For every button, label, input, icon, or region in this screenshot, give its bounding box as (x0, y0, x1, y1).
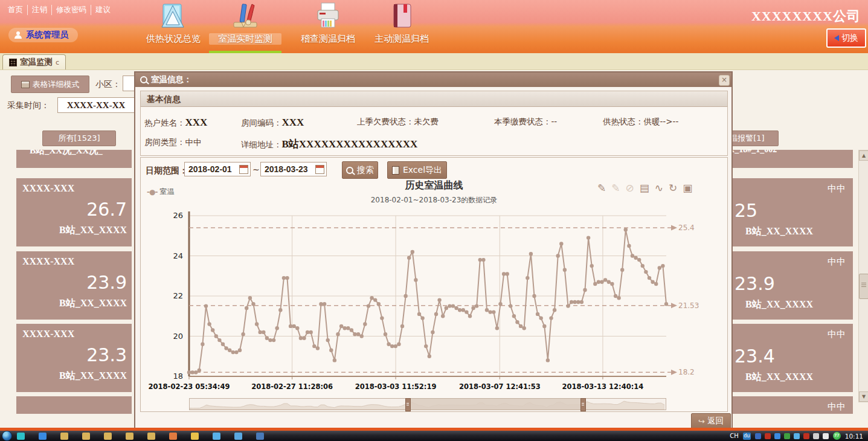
folder-window-2[interactable] (82, 433, 90, 440)
temp-card[interactable]: 中中 23.9 B站_XX_XXXX (716, 251, 853, 320)
nav-inspection-archive[interactable]: 稽查测温归档 (295, 2, 361, 45)
mark-remove-icon[interactable]: ✎ (611, 183, 620, 193)
search-icon (346, 167, 353, 174)
calendar-icon[interactable] (239, 165, 248, 174)
nav-room-temp-monitor[interactable]: 室温实时监测 (209, 2, 281, 45)
app-header: 首页 注销 修改密码 建议 系统管理员 供热状况总览 室温实时监测 (0, 0, 868, 53)
chart-subtitle: 2018-02-01~2018-03-23的数据记录 (141, 195, 727, 205)
tray-green[interactable] (784, 433, 790, 439)
temp-card[interactable]: XXXX-XXX 23.9 B站_XX_XXXX (16, 251, 132, 320)
pencil-brush-icon (231, 2, 259, 31)
room-type-badge: 中中 (828, 329, 846, 340)
notification-badge[interactable]: 77 (833, 432, 841, 440)
tray-question[interactable] (755, 433, 761, 439)
switch-arrow-icon (834, 35, 839, 41)
search-button[interactable]: 搜索 (342, 161, 378, 179)
link-change-password[interactable]: 修改密码 (52, 5, 91, 15)
chart-canvas: 18202224262018-02-23 05:34:492018-02-27 … (141, 210, 727, 398)
data-view-icon[interactable]: ▤ (640, 183, 649, 193)
basic-info-header: 基本信息 (141, 91, 727, 107)
scrollbar-thumb[interactable] (859, 274, 868, 299)
chart-type-icon[interactable]: ∿ (655, 183, 663, 193)
temperature-value: 23.9 (735, 273, 775, 294)
tab-room-temp[interactable]: 室温监测 c (2, 54, 66, 69)
switch-button[interactable]: 切换 (826, 28, 866, 48)
folder-window-4[interactable] (126, 433, 133, 440)
chrome-app[interactable] (191, 433, 199, 440)
tray-red-1[interactable] (765, 433, 771, 439)
temp-card[interactable]: XXXX-XXX 23.3 B站_XX_XXXX (16, 324, 132, 392)
link-home[interactable]: 首页 (4, 5, 28, 15)
modal-titlebar: 室温信息： (135, 72, 731, 87)
temp-card-partial-bottom-right[interactable]: 中中 (716, 396, 853, 414)
tray-msg[interactable] (794, 433, 800, 439)
mark-add-icon[interactable]: ✎ (597, 183, 606, 193)
station-label: B站_XX_XXXX (745, 298, 813, 311)
start-button[interactable] (2, 431, 12, 441)
language-indicator[interactable]: CH (730, 433, 739, 439)
modal-title: 室温信息： (151, 74, 192, 85)
excel-icon (392, 166, 399, 175)
save-image-icon[interactable]: ▣ (683, 183, 692, 193)
browser-ball-app[interactable] (39, 433, 47, 440)
info-owner-name: 热户姓名：XXX (144, 117, 207, 129)
temp-card-partial-top[interactable]: B站_XX况_XX况_ (16, 150, 132, 168)
temp-card[interactable]: XXXX-XXX 26.7 B站_XX_XXXX (16, 178, 132, 246)
tray-red-2[interactable] (803, 433, 809, 439)
active-app[interactable] (169, 433, 177, 440)
ruler-triangle-icon (159, 2, 187, 31)
info-address: 详细地址：B站XXXXXXXXXXXXXXXX (241, 137, 417, 151)
excel-export-button[interactable]: Excel导出 (387, 161, 447, 179)
svg-text:25.4: 25.4 (678, 224, 695, 232)
temperature-value: 23.4 (735, 346, 775, 367)
datazoom-slider[interactable] (189, 398, 666, 410)
temperature-value: 26.7 (86, 199, 127, 220)
mark-clear-icon[interactable]: ⊘ (626, 183, 634, 193)
ie-app[interactable] (213, 433, 220, 440)
tray-usb[interactable] (813, 433, 819, 439)
temp-card[interactable]: 中中 25 B站_XX_XXXX (716, 178, 853, 246)
datazoom-left-handle[interactable] (405, 398, 411, 411)
back-button[interactable]: ↪ 返回 (691, 413, 731, 429)
refresh-icon[interactable]: ↻ (669, 183, 677, 193)
folder-window-5[interactable] (147, 433, 155, 440)
window-app-2[interactable] (256, 433, 264, 440)
svg-text:2018-03-03 11:52:19: 2018-03-03 11:52:19 (355, 382, 437, 391)
teamviewer-app[interactable] (17, 433, 25, 440)
svg-text:2018-02-23 05:34:49: 2018-02-23 05:34:49 (149, 382, 230, 391)
scroll-down-button[interactable]: ▼ (859, 391, 868, 402)
link-logout[interactable]: 注销 (28, 5, 52, 15)
nav-active-archive[interactable]: 主动测温归档 (368, 2, 435, 45)
temp-card[interactable]: 中中 23.4 B站_XX_XXXX (716, 324, 853, 392)
station-label: B站_XX_XXXX (59, 224, 127, 237)
ime-icon[interactable]: du (743, 433, 751, 440)
calendar-icon[interactable] (315, 165, 324, 174)
link-suggestion[interactable]: 建议 (91, 5, 115, 15)
all-filter-button[interactable]: 所有[1523] (42, 130, 116, 146)
close-icon[interactable]: × (719, 75, 730, 86)
tray-blue[interactable] (774, 433, 780, 439)
room-type-badge: 中中 (828, 183, 846, 195)
folder-window-3[interactable] (104, 433, 112, 440)
datazoom-right-handle[interactable] (580, 398, 586, 411)
scroll-up-button[interactable]: ▲ (859, 150, 868, 161)
table-detail-mode-button[interactable]: 表格详细模式 (11, 76, 89, 93)
nav-heating-overview[interactable]: 供热状况总览 (140, 2, 207, 45)
taskbar: CH du 77 10:11 (0, 431, 868, 441)
tab-bar: 室温监测 c (0, 53, 868, 70)
date-range-tilde: ~ (252, 165, 260, 175)
history-chart-panel: 日期范围： ~ 搜索 Excel导出 -●- 室温 历史室温曲线 2018-02… (140, 157, 728, 412)
folder-window-1[interactable] (60, 433, 68, 440)
page-scrollbar[interactable]: ▲ ▼ (858, 150, 868, 402)
info-room-code: 房间编码：XXX (241, 117, 304, 129)
svg-text:2018-03-07 12:41:53: 2018-03-07 12:41:53 (459, 382, 541, 391)
info-room-type: 房间类型：中中 (144, 137, 202, 148)
company-name: XXXXXXXX公司 (751, 7, 861, 25)
collect-time-input[interactable] (57, 97, 135, 113)
datazoom-selected-range[interactable] (407, 399, 582, 410)
tab-refresh-icon[interactable]: c (56, 59, 59, 66)
temp-card-partial-top-right[interactable]: XX_18#_1_002 (716, 150, 853, 168)
tray-volume[interactable] (823, 433, 829, 439)
temp-card-partial-bottom[interactable] (16, 396, 132, 414)
window-app-1[interactable] (234, 433, 242, 440)
